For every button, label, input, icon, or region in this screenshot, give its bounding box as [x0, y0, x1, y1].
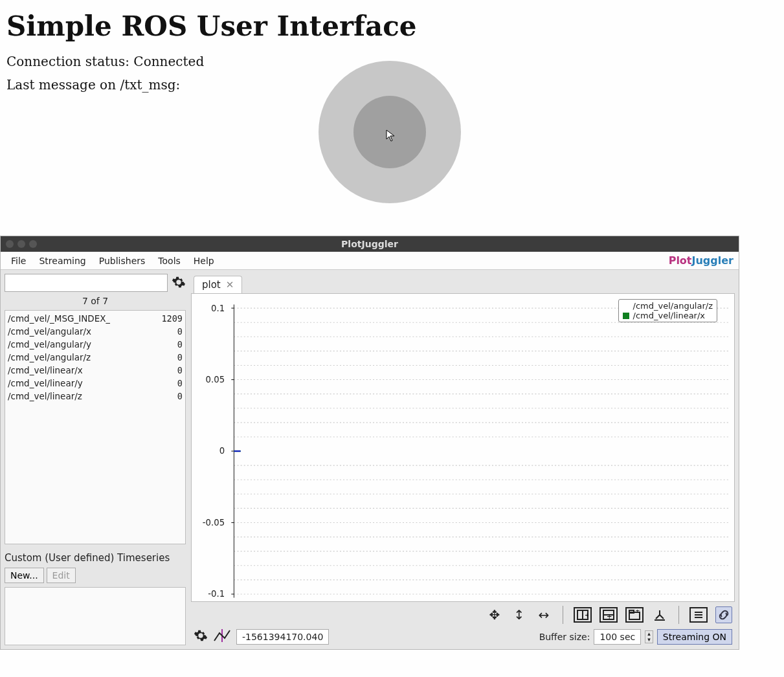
svg-text:0.1: 0.1	[211, 302, 225, 313]
link-axes-icon[interactable]	[715, 606, 732, 623]
split-right-icon[interactable]: +	[574, 607, 592, 623]
custom-series-label: Custom (User defined) Timeseries	[5, 548, 186, 564]
table-row[interactable]: /cmd_vel/_MSG_INDEX_1209	[8, 312, 183, 325]
window-minimize-icon[interactable]	[17, 240, 25, 248]
new-button[interactable]: New...	[5, 568, 44, 583]
status-bar: -1561394170.040 Buffer size: 100 sec ▴▾ …	[191, 625, 735, 645]
clear-icon[interactable]	[651, 606, 668, 623]
legend-entry[interactable]: /cmd_vel/angular/z	[623, 301, 713, 311]
svg-text:-0.1: -0.1	[208, 588, 225, 599]
menu-help[interactable]: Help	[187, 254, 221, 268]
joystick-knob[interactable]	[353, 96, 426, 168]
legend-entry[interactable]: /cmd_vel/linear/x	[623, 311, 713, 320]
topic-list[interactable]: /cmd_vel/_MSG_INDEX_1209 /cmd_vel/angula…	[5, 310, 186, 544]
plot-toolbar: ✥ ↕ ↔ + + +	[191, 602, 735, 625]
table-row[interactable]: /cmd_vel/linear/x0	[8, 364, 183, 377]
zoom-horizontal-icon[interactable]: ↔	[535, 606, 552, 623]
add-tab-icon[interactable]: +	[625, 607, 644, 623]
edit-button[interactable]: Edit	[47, 568, 76, 583]
custom-series-list[interactable]	[5, 587, 186, 645]
window-title: PlotJuggler	[341, 239, 398, 249]
connection-status-value: Connected	[133, 54, 204, 69]
window-close-icon[interactable]	[6, 240, 14, 248]
search-input[interactable]	[5, 274, 168, 292]
menu-tools[interactable]: Tools	[151, 254, 187, 268]
svg-text:+: +	[635, 610, 640, 614]
plot-area[interactable]: 0.1 0.05 0 -0.05 -0.1	[191, 293, 735, 602]
zoom-vertical-icon[interactable]: ↕	[511, 606, 528, 623]
svg-text:0: 0	[219, 445, 225, 456]
legend-swatch-icon	[623, 313, 629, 319]
streaming-toggle-button[interactable]: Streaming ON	[657, 629, 732, 645]
tab-plot[interactable]: plot ✕	[194, 276, 242, 293]
buffer-size-label: Buffer size:	[539, 632, 590, 642]
buffer-size-field[interactable]: 100 sec	[594, 629, 641, 645]
topic-count: 7 of 7	[5, 296, 186, 306]
table-row[interactable]: /cmd_vel/angular/y0	[8, 338, 183, 351]
plotjuggler-window: PlotJuggler File Streaming Publishers To…	[0, 236, 739, 650]
svg-text:0.05: 0.05	[206, 373, 225, 384]
plot-legend[interactable]: /cmd_vel/angular/z /cmd_vel/linear/x	[618, 299, 717, 322]
gear-icon[interactable]	[172, 275, 186, 291]
svg-text:-0.05: -0.05	[203, 516, 225, 527]
split-bottom-icon[interactable]: +	[599, 607, 618, 623]
sidebar: 7 of 7 /cmd_vel/_MSG_INDEX_1209 /cmd_vel…	[5, 274, 186, 645]
legend-toggle-icon[interactable]	[689, 607, 708, 623]
table-row[interactable]: /cmd_vel/linear/y0	[8, 377, 183, 390]
window-titlebar[interactable]: PlotJuggler	[1, 236, 739, 252]
time-tracker-icon[interactable]	[213, 628, 231, 645]
tab-label: plot	[202, 279, 221, 291]
table-row[interactable]: /cmd_vel/linear/z0	[8, 390, 183, 403]
pan-icon[interactable]: ✥	[486, 606, 503, 623]
svg-text:+: +	[585, 612, 588, 619]
separator	[678, 606, 679, 624]
separator	[563, 606, 563, 624]
svg-text:+: +	[607, 613, 612, 620]
menu-file[interactable]: File	[5, 254, 32, 268]
page-title: Simple ROS User Interface	[6, 10, 778, 42]
gear-icon[interactable]	[194, 628, 208, 645]
table-row[interactable]: /cmd_vel/angular/z0	[8, 351, 183, 364]
plotjuggler-logo: PlotJuggler	[669, 254, 734, 267]
joystick[interactable]	[319, 61, 461, 203]
window-maximize-icon[interactable]	[29, 240, 37, 248]
table-row[interactable]: /cmd_vel/angular/x0	[8, 325, 183, 338]
last-message-label: Last message on /txt_msg:	[6, 77, 180, 93]
close-icon[interactable]: ✕	[226, 279, 234, 291]
menu-streaming[interactable]: Streaming	[32, 254, 92, 268]
legend-swatch-icon	[623, 303, 629, 309]
buffer-size-stepper[interactable]: ▴▾	[645, 630, 653, 643]
menubar: File Streaming Publishers Tools Help Plo…	[1, 252, 739, 270]
connection-status-label: Connection status:	[6, 54, 133, 69]
time-value-field[interactable]: -1561394170.040	[236, 629, 329, 645]
plot-panel: plot ✕ 0.1 0.05 0 -0.05 -0.1	[191, 274, 735, 645]
menu-publishers[interactable]: Publishers	[93, 254, 152, 268]
